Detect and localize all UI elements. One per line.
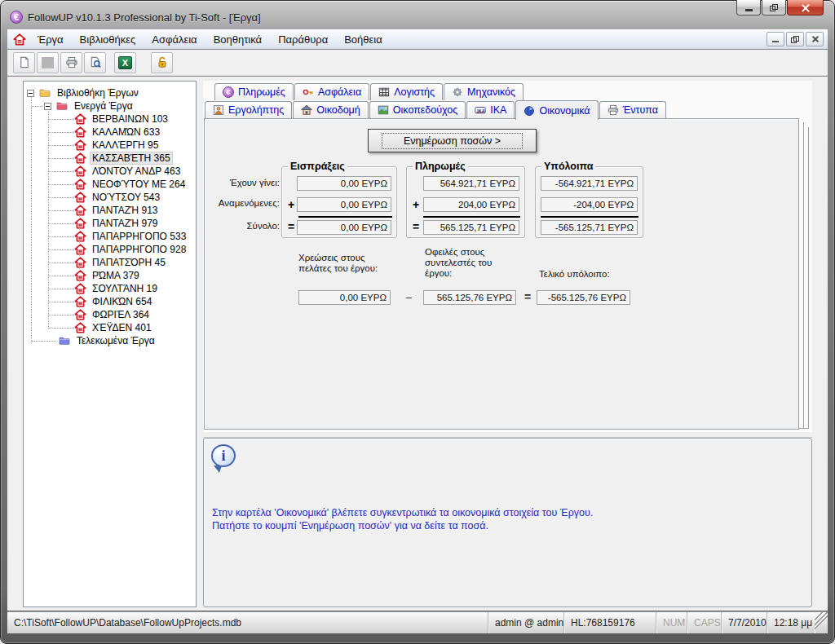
tree-node-project[interactable]: ΦΩΡΙΈΛ 364: [24, 308, 196, 321]
new-document-button[interactable]: [13, 52, 35, 73]
project-house-icon: [74, 139, 86, 151]
tree-node-label[interactable]: ΝΕΟΦΎΤΟΥ ΜΕ 264: [91, 179, 187, 190]
menu-erga[interactable]: Έργα: [29, 31, 72, 48]
resize-grip[interactable]: [815, 612, 828, 633]
final-balance-field: -565.125,76 ΕΥΡΩ: [537, 290, 630, 305]
tab-label: Μηχανικός: [467, 86, 515, 98]
tree-node-label[interactable]: Ενεργά Έργα: [73, 100, 135, 112]
sum-line: [298, 216, 392, 218]
update-amounts-button[interactable]: Ενημέρωση ποσών >: [368, 129, 537, 152]
tree-node-label[interactable]: ΡΏΜΑ 379: [91, 270, 141, 281]
tree-node-project[interactable]: ΚΑΛΛΈΡΓΗ 95: [24, 139, 196, 152]
tree-node-project[interactable]: ΦΙΛΙΚΏΝ 654: [24, 295, 196, 308]
tree-node-label[interactable]: ΚΑΣΣΑΒΈΤΗ 365: [91, 152, 172, 164]
tree-node-label[interactable]: ΛΌΝΤΟΥ ΑΝΔΡ 463: [91, 165, 182, 177]
group-pliromes: Πληρωμές 564.921,71 ΕΥΡΩ + 204,00 ΕΥΡΩ =…: [406, 166, 525, 238]
tree-node-project[interactable]: ΛΌΝΤΟΥ ΑΝΔΡ 463: [24, 165, 196, 178]
tree-node-label[interactable]: ΒΕΡΒΑΙΝΩΝ 103: [91, 113, 170, 125]
pie-chart-icon: [524, 105, 535, 117]
tree-node-library[interactable]: Βιβλιοθήκη Έργων: [24, 86, 196, 99]
tree-node-label[interactable]: ΣΟΥΛΤΆΝΗ 19: [91, 283, 159, 294]
tree-node-project[interactable]: ΣΟΥΛΤΆΝΗ 19: [24, 282, 196, 295]
tree-node-project[interactable]: ΠΑΝΤΑΖΉ 979: [24, 217, 196, 230]
minus-operator: −: [405, 291, 412, 304]
tab-ergoliptis[interactable]: Εργολήπτης: [205, 101, 292, 118]
group-ypoloipa: Υπόλοιπα -564.921,71 ΕΥΡΩ -204,00 ΕΥΡΩ -…: [535, 166, 643, 238]
tree-node-project[interactable]: ΠΑΠΑΡΡΗΓΟΠΟ 928: [24, 243, 196, 256]
tree-node-finished-projects[interactable]: Τελεκωμένα Έργα: [24, 334, 196, 347]
menu-voitheia[interactable]: Βοήθεια: [336, 31, 391, 48]
title-bar[interactable]: € FollowUP v10.1.3 Professional by Ti-So…: [10, 7, 705, 28]
tab-oikodomi[interactable]: Οικοδομή: [293, 101, 369, 118]
tree-node-label[interactable]: ΠΑΝΤΑΖΉ 979: [91, 218, 160, 229]
mdi-close-button[interactable]: [806, 32, 824, 46]
tree-node-project[interactable]: ΝΟΎΤΣΟΥ 543: [24, 191, 196, 204]
menu-voithitika[interactable]: Βοηθητικά: [205, 31, 270, 48]
close-button[interactable]: [787, 0, 824, 15]
tab-oikopedouchos[interactable]: Οικοπεδούχος: [369, 101, 466, 118]
collapse-icon[interactable]: [27, 90, 34, 97]
tree-node-project-selected[interactable]: ΚΑΣΣΑΒΈΤΗ 365: [24, 152, 196, 165]
tab-asfaleia[interactable]: Ασφάλεια: [294, 83, 369, 100]
tree-node-label[interactable]: ΠΑΠΑΡΡΗΓΟΠΟ 928: [91, 244, 188, 255]
charges-label: Χρεώσεις στους πελάτες του έργου:: [298, 253, 378, 274]
tree-node-project[interactable]: ΚΑΛΑΜΏΝ 633: [24, 126, 196, 139]
row-label-done: Έχουν γίνει:: [211, 178, 280, 187]
unlock-button[interactable]: [151, 52, 173, 73]
menu-vivliothikes[interactable]: Βιβλιοθήκες: [72, 31, 144, 48]
tree-node-project[interactable]: ΠΑΠΑΤΣΌΡΗ 45: [24, 256, 196, 269]
tree-node-project[interactable]: ΠΑΝΤΑΖΉ 913: [24, 204, 196, 217]
menu-parathyra[interactable]: Παράθυρα: [270, 31, 336, 48]
tree-node-label[interactable]: Τελεκωμένα Έργα: [75, 335, 157, 346]
excel-export-button[interactable]: X: [114, 52, 136, 73]
project-house-icon: [74, 179, 86, 190]
tree-node-label[interactable]: ΝΟΎΤΣΟΥ 543: [91, 192, 161, 203]
tab-oikonomika-active[interactable]: Οικονομικά: [515, 100, 598, 120]
mdi-minimize-button[interactable]: [767, 32, 784, 46]
tree-node-label[interactable]: ΚΑΛΛΈΡΓΗ 95: [91, 139, 160, 151]
mdi-restore-button[interactable]: [786, 32, 804, 46]
project-house-icon: [74, 192, 86, 203]
print-button[interactable]: [60, 52, 82, 73]
horizontal-splitter[interactable]: [203, 431, 812, 438]
window-title: FollowUP v10.1.3 Professional by Ti-Soft…: [28, 11, 261, 24]
status-bar: C:\TiSoft\FollowUP\Database\FollowUpProj…: [7, 611, 828, 633]
tree-node-project[interactable]: ΠΑΠΑΡΡΗΓΟΠΟ 533: [24, 230, 196, 243]
tree-node-label[interactable]: ΧΈΫΔΕΝ 401: [91, 322, 153, 333]
project-house-icon: [74, 270, 86, 281]
tree-node-label[interactable]: ΠΑΠΑΡΡΗΓΟΠΟ 533: [91, 231, 188, 242]
tree-node-project[interactable]: ΧΈΫΔΕΝ 401: [24, 321, 196, 334]
tree-node-label[interactable]: Βιβλιοθήκη Έργων: [55, 87, 140, 99]
placeholder-button[interactable]: [37, 52, 59, 73]
tab-entypa[interactable]: Έντυπα: [599, 101, 667, 118]
tree-node-project[interactable]: ΝΕΟΦΎΤΟΥ ΜΕ 264: [24, 178, 196, 191]
project-house-icon: [74, 165, 86, 177]
project-house-icon: [74, 309, 86, 320]
tab-logistis[interactable]: Λογιστής: [370, 83, 443, 100]
tab-pliromes[interactable]: €Πληρωμές: [214, 83, 294, 100]
equals-operator: =: [524, 290, 531, 303]
minimize-button[interactable]: [736, 0, 761, 15]
window-controls: [736, 0, 824, 15]
tree-node-label[interactable]: ΠΑΠΑΤΣΌΡΗ 45: [91, 257, 167, 268]
project-house-icon: [74, 283, 86, 294]
collapse-icon[interactable]: [44, 103, 51, 110]
tree-node-project[interactable]: ΡΏΜΑ 379: [24, 269, 196, 282]
tab-ika[interactable]: IKAΙΚΑ: [466, 101, 515, 118]
printer-icon: [607, 104, 619, 116]
tree-node-label[interactable]: ΠΑΝΤΑΖΉ 913: [91, 205, 160, 216]
tree-node-active-projects[interactable]: Ενεργά Έργα: [24, 99, 196, 112]
project-house-icon: [74, 113, 86, 125]
menu-asfaleia[interactable]: Ασφάλεια: [144, 31, 205, 48]
print-preview-button[interactable]: [84, 52, 106, 73]
tree-node-label[interactable]: ΦΙΛΙΚΏΝ 654: [91, 296, 153, 307]
info-icon: i: [211, 444, 236, 467]
project-house-icon: [74, 322, 86, 333]
tree-node-label[interactable]: ΚΑΛΑΜΏΝ 633: [91, 126, 161, 138]
tab-michanikos[interactable]: Μηχανικός: [444, 83, 524, 100]
tree-node-label[interactable]: ΦΩΡΙΈΛ 364: [91, 309, 151, 320]
project-house-icon: [74, 205, 86, 216]
tree-node-project[interactable]: ΒΕΡΒΑΙΝΩΝ 103: [24, 112, 196, 126]
restore-button[interactable]: [762, 0, 786, 15]
project-tree-panel[interactable]: Βιβλιοθήκη Έργων Ενεργά Έργα ΒΕΡΒΑΙΝΩΝ 1…: [23, 81, 197, 607]
